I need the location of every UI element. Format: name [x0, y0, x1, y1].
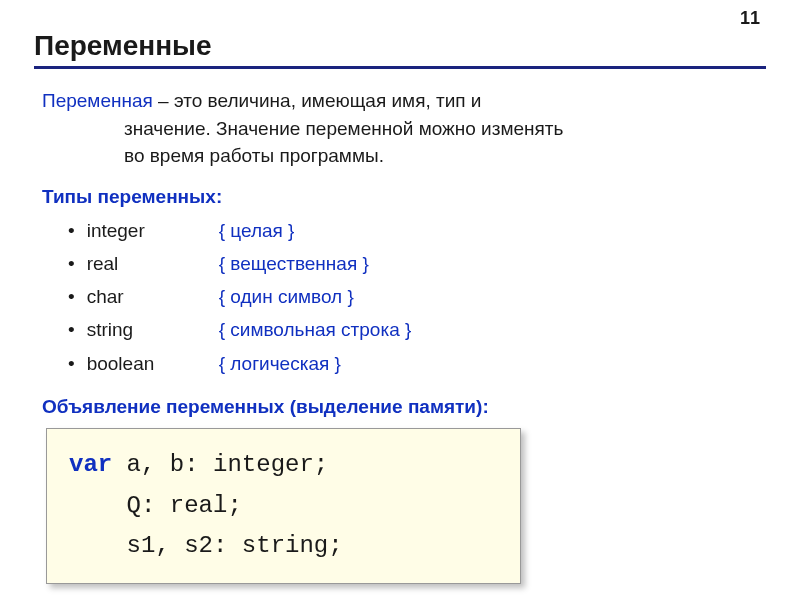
list-item: integer { целая }: [68, 214, 766, 247]
slide-title: Переменные: [34, 30, 766, 62]
type-name: char: [87, 280, 219, 313]
type-comment: { один символ }: [219, 280, 354, 313]
definition-block: Переменная – это величина, имеющая имя, …: [34, 87, 766, 170]
type-comment: { логическая }: [219, 347, 341, 380]
page-number: 11: [740, 8, 760, 29]
type-comment: { вещественная }: [219, 247, 369, 280]
list-item: char { один символ }: [68, 280, 766, 313]
list-item: boolean { логическая }: [68, 347, 766, 380]
definition-term: Переменная: [42, 90, 153, 111]
code-line: Q: real;: [69, 486, 498, 527]
declaration-label: Объявление переменных (выделение памяти)…: [34, 396, 766, 418]
types-label: Типы переменных:: [34, 186, 766, 208]
list-item: string { символьная строка }: [68, 313, 766, 346]
list-item: real { вещественная }: [68, 247, 766, 280]
definition-line3: во время работы программы.: [42, 142, 766, 170]
type-name: integer: [87, 214, 219, 247]
code-line: var a, b: integer;: [69, 445, 498, 486]
code-block: var a, b: integer; Q: real; s1, s2: stri…: [46, 428, 521, 584]
type-name: string: [87, 313, 219, 346]
types-list: integer { целая } real { вещественная } …: [34, 214, 766, 380]
code-line: s1, s2: string;: [69, 526, 498, 567]
title-underline: [34, 66, 766, 69]
type-name: boolean: [87, 347, 219, 380]
code-text: a, b: integer;: [112, 451, 328, 478]
code-keyword: var: [69, 451, 112, 478]
definition-part1: – это величина, имеющая имя, тип и: [153, 90, 482, 111]
type-comment: { символьная строка }: [219, 313, 412, 346]
type-name: real: [87, 247, 219, 280]
definition-line2: значение. Значение переменной можно изме…: [42, 115, 766, 143]
type-comment: { целая }: [219, 214, 295, 247]
